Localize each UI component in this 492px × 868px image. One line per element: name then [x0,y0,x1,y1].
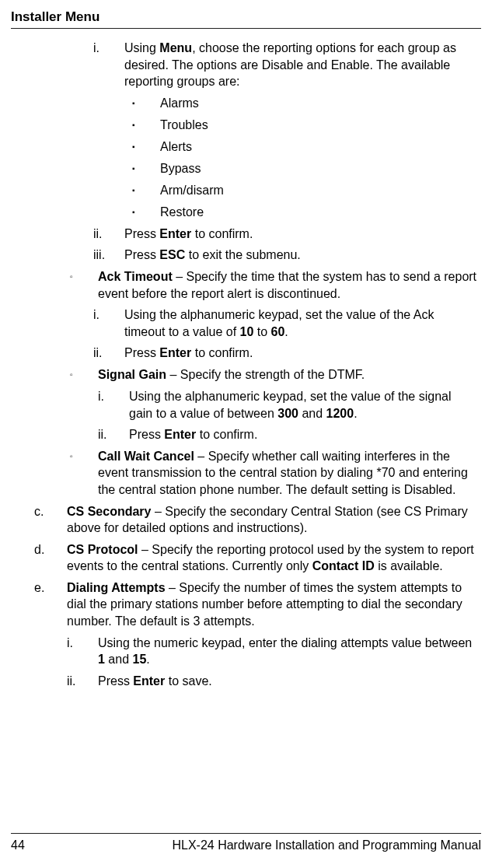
bullet-marker: ▪ [132,95,160,112]
item-ii: ii. Press Enter to confirm. [11,226,481,243]
bullet-label: Troubles [160,117,208,134]
marker-i: i. [67,635,98,668]
e-ii-body: Press Enter to save. [98,673,481,690]
bullet-label: Restore [160,204,204,221]
item-d: d. CS Protocol – Specify the reporting p… [11,541,481,575]
item-iii: iii. Press ESC to exit the submenu. [11,247,481,264]
square-marker: ▫ [70,366,98,383]
sg-ii-body: Press Enter to confirm. [129,426,481,443]
d-body: CS Protocol – Specify the reporting prot… [67,541,481,575]
item-ack-i: i. Using the alphanumeric keypad, set th… [11,306,481,340]
e-i-body: Using the numeric keypad, enter the dial… [98,635,481,668]
item-e: e. Dialing Attempts – Specify the number… [11,579,481,630]
ack-ii-body: Press Enter to confirm. [124,345,481,362]
item-sg-i: i. Using the alphanumeric keypad, set th… [11,388,481,422]
bullet-item: ▪Alerts [11,138,481,156]
marker-ii: ii. [98,426,129,443]
marker-i: i. [98,388,129,422]
bullet-label: Alerts [160,138,192,156]
marker-e: e. [34,579,67,630]
bullet-marker: ▪ [132,117,160,134]
item-c: c. CS Secondary – Specify the secondary … [11,503,481,537]
marker-iii: iii. [93,247,124,264]
item-i: i. Using Menu, choose the reporting opti… [11,40,481,90]
item-ack-ii: ii. Press Enter to confirm. [11,345,481,362]
page-header: Installer Menu [11,9,481,29]
marker-ii: ii. [67,673,98,690]
page-footer: 44 HLX-24 Hardware Installation and Prog… [11,833,481,852]
marker-d: d. [34,541,67,575]
bullet-marker: ▪ [132,204,160,221]
bullet-marker: ▪ [132,138,160,156]
body-iii: Press ESC to exit the submenu. [124,247,481,264]
bullet-item: ▪Troubles [11,117,481,134]
item-call-wait: ▫ Call Wait Cancel – Specify whether cal… [11,448,481,499]
marker-ii: ii. [93,345,124,362]
footer-title: HLX-24 Hardware Installation and Program… [172,838,481,852]
ack-body: Ack Timeout – Specify the time that the … [98,268,481,302]
bullet-item: ▪Bypass [11,160,481,177]
body-ii: Press Enter to confirm. [124,226,481,243]
bullet-label: Alarms [160,95,199,112]
marker-c: c. [34,503,67,537]
cw-body: Call Wait Cancel – Specify whether call … [98,448,481,499]
bullet-item: ▪Alarms [11,95,481,112]
marker-i: i. [93,306,124,340]
square-marker: ▫ [70,448,98,499]
item-sg-ii: ii. Press Enter to confirm. [11,426,481,443]
square-marker: ▫ [70,268,98,302]
bullet-item: ▪Restore [11,204,481,221]
sg-body: Signal Gain – Specify the strength of th… [98,366,481,383]
body-i: Using Menu, choose the reporting options… [124,40,481,90]
bullet-label: Arm/disarm [160,182,224,199]
marker-i: i. [93,40,124,90]
bullet-label: Bypass [160,160,201,177]
item-e-ii: ii. Press Enter to save. [11,673,481,690]
item-ack-timeout: ▫ Ack Timeout – Specify the time that th… [11,268,481,302]
ack-i-body: Using the alphanumeric keypad, set the v… [124,306,481,340]
bullet-marker: ▪ [132,160,160,177]
marker-ii: ii. [93,226,124,243]
page-content: i. Using Menu, choose the reporting opti… [11,40,481,689]
bullet-marker: ▪ [132,182,160,199]
c-body: CS Secondary – Specify the secondary Cen… [67,503,481,537]
item-e-i: i. Using the numeric keypad, enter the d… [11,635,481,668]
bullet-item: ▪Arm/disarm [11,182,481,199]
sg-i-body: Using the alphanumeric keypad, set the v… [129,388,481,422]
page-number: 44 [11,838,25,852]
e-body: Dialing Attempts – Specify the number of… [67,579,481,630]
item-signal-gain: ▫ Signal Gain – Specify the strength of … [11,366,481,383]
